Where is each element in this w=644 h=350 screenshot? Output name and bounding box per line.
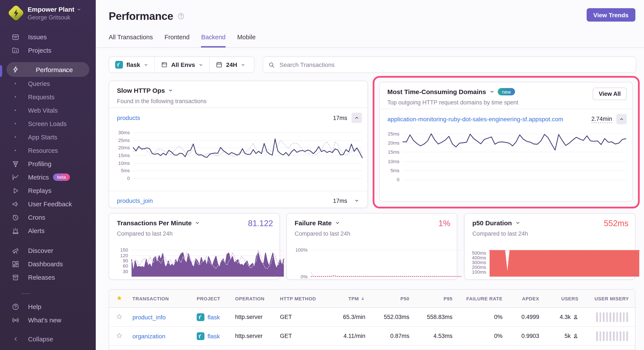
http-method-cell: GET <box>280 314 328 320</box>
chevron-down-icon <box>335 220 340 226</box>
domain-link[interactable]: application-monitoring-ruby-dot-sales-en… <box>387 116 563 123</box>
duration-value: 17ms <box>333 197 347 204</box>
profiling-icon <box>12 160 20 168</box>
transactions-table: TRANSACTIONPROJECTOPERATIONHTTP METHODTP… <box>109 289 635 350</box>
help-circle-icon[interactable] <box>177 13 184 20</box>
gridline <box>403 180 626 180</box>
metrics-icon <box>12 173 20 181</box>
star-filled-icon <box>116 295 122 301</box>
sidebar-item-queries[interactable]: Queries <box>0 77 96 90</box>
sidebar-item-help[interactable]: Help <box>0 300 96 313</box>
org-name[interactable]: Empower Plant <box>28 6 74 13</box>
sidebar-item-user-feedback[interactable]: User Feedback <box>0 197 96 211</box>
gridline <box>133 178 362 179</box>
transaction-link[interactable]: product_info <box>132 313 197 320</box>
sidebar-nav: IssuesProjectsPerformanceQueriesRequests… <box>0 30 96 327</box>
sidebar-item-issues[interactable]: Issues <box>0 30 96 44</box>
most-time-consuming-domains-panel: Most Time-Consuming Domains new View All… <box>379 82 633 202</box>
help-icon <box>12 303 20 310</box>
search-input[interactable] <box>279 61 631 69</box>
issues-icon <box>12 33 20 41</box>
sidebar-item-web-vitals[interactable]: Web Vitals <box>0 104 96 117</box>
sidebar-item-releases[interactable]: Releases <box>0 271 96 284</box>
collapse-row-button[interactable] <box>352 113 362 123</box>
y-axis-tick: 0 <box>127 176 130 181</box>
failure-rate-chart: 100%0% <box>291 247 461 277</box>
date-range-filter[interactable]: 24H <box>209 57 251 73</box>
chevron-up-icon <box>619 117 624 122</box>
project-filter[interactable]: flask <box>109 57 154 73</box>
tpm-chart: 150120906030 <box>114 247 284 277</box>
sidebar-item-replays[interactable]: Replays <box>0 184 96 197</box>
sidebar-item-metrics[interactable]: Metricsbeta <box>0 170 96 184</box>
y-axis-tick: 20ms <box>118 145 130 150</box>
tab-mobile[interactable]: Mobile <box>237 34 256 48</box>
time-spent-value[interactable]: 2.74min <box>592 115 612 123</box>
http-method-cell: GET <box>280 333 328 339</box>
replays-icon <box>12 187 20 194</box>
tpm-title[interactable]: Transactions Per Minute <box>117 219 200 227</box>
transaction-link[interactable]: products_join <box>117 197 153 204</box>
y-axis-tick: 0% <box>301 274 308 279</box>
collapse-label: Collapse <box>28 335 53 343</box>
arrow-down-icon <box>360 296 365 301</box>
view-trends-button[interactable]: View Trends <box>586 8 635 22</box>
duration-value: 17ms <box>333 115 347 121</box>
sidebar-item-crons[interactable]: Crons <box>0 211 96 224</box>
tab-all-transactions[interactable]: All Transactions <box>109 34 153 48</box>
failure-rate-value: 1% <box>438 219 450 228</box>
sidebar-collapse-button[interactable]: Collapse <box>0 332 96 346</box>
sidebar-item-performance[interactable]: Performance <box>0 62 96 77</box>
sidebar-item-profiling[interactable]: Profiling <box>0 157 96 170</box>
sidebar-item-dashboards[interactable]: Dashboards <box>0 257 96 271</box>
sidebar-item-app-starts[interactable]: App Starts <box>0 130 96 144</box>
project-cell[interactable]: flask <box>197 332 235 340</box>
user-misery-bar <box>596 312 629 322</box>
y-axis-tick: 300ms <box>472 260 486 265</box>
sidebar-item-screen-loads[interactable]: Screen Loads <box>0 117 96 130</box>
sidebar-item-projects[interactable]: Projects <box>0 44 96 57</box>
failure-rate-title[interactable]: Failure Rate <box>294 219 340 227</box>
project-cell[interactable]: flask <box>197 313 235 321</box>
bullet-dot <box>15 150 16 151</box>
tab-frontend[interactable]: Frontend <box>164 34 190 48</box>
sidebar-item-whats-new[interactable]: What's new <box>0 313 96 327</box>
new-badge: new <box>498 88 515 95</box>
expand-row-button[interactable] <box>352 195 362 206</box>
sidebar-item-resources[interactable]: Resources <box>0 144 96 157</box>
collapse-row-button[interactable] <box>616 114 627 124</box>
column-header-p50[interactable]: P50 <box>365 296 409 301</box>
column-header-http-method[interactable]: HTTP METHOD <box>280 296 328 301</box>
transaction-link[interactable]: organization <box>132 332 197 339</box>
org-switcher[interactable]: Empower Plant George Gritsouk <box>9 6 82 21</box>
slow-http-ops-title[interactable]: Slow HTTP Ops <box>117 87 174 94</box>
column-header-project[interactable]: PROJECT <box>197 296 235 301</box>
column-header-failure-rate[interactable]: FAILURE RATE <box>452 296 502 301</box>
view-all-button[interactable]: View All <box>593 88 627 100</box>
chevron-down-icon <box>489 89 495 95</box>
domains-panel-subtitle: Top outgoing HTTP request domains by tim… <box>387 99 518 106</box>
star-toggle[interactable] <box>116 313 132 321</box>
domains-panel-title[interactable]: Most Time-Consuming Domains new <box>387 88 515 95</box>
domains-duration-chart: 25ms20ms15ms10ms5ms0 <box>383 134 626 180</box>
column-header-users[interactable]: USERS <box>539 296 578 301</box>
environment-filter[interactable]: All Envs <box>154 57 210 73</box>
star-toggle[interactable] <box>116 332 132 340</box>
column-header-transaction[interactable]: TRANSACTION <box>132 296 197 301</box>
calendar-icon <box>216 61 222 68</box>
sidebar-item-discover[interactable]: Discover <box>0 244 96 257</box>
column-header-apdex[interactable]: APDEX <box>502 296 539 301</box>
sidebar-item-requests[interactable]: Requests <box>0 90 96 104</box>
column-header-user-misery[interactable]: USER MISERY <box>578 296 629 301</box>
bullet-dot <box>15 110 16 111</box>
column-header-tpm[interactable]: TPM <box>328 296 365 301</box>
sidebar-item-alerts[interactable]: Alerts <box>0 224 96 237</box>
column-header-p95[interactable]: P95 <box>409 296 452 301</box>
p50-value: 552ms <box>604 219 628 228</box>
tab-backend[interactable]: Backend <box>201 34 226 48</box>
highlight-annotation: Most Time-Consuming Domains new View All… <box>373 76 640 208</box>
p50-title[interactable]: p50 Duration <box>472 219 520 227</box>
transaction-link[interactable]: products <box>117 114 140 121</box>
chevron-down-icon <box>76 7 82 12</box>
column-header-operation[interactable]: OPERATION <box>235 296 280 301</box>
